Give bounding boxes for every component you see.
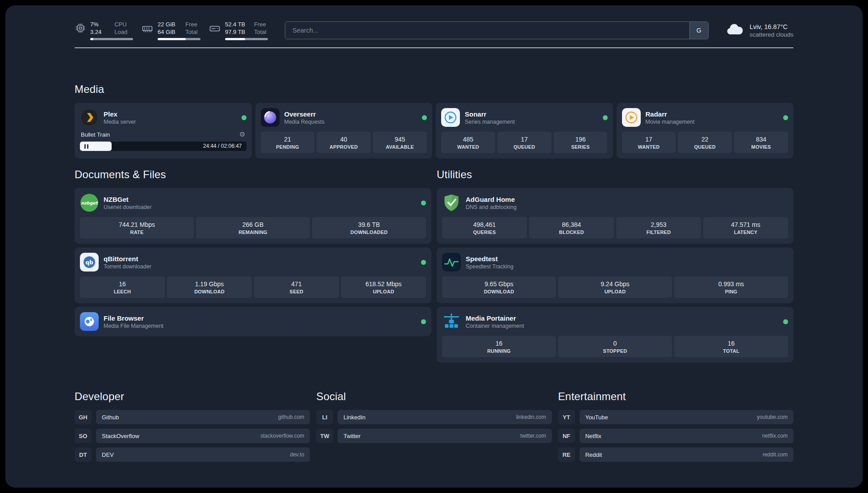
bookmark-group-social: Social LI LinkedIn linkedin.com TW Twitt… [316, 390, 551, 462]
card-header: Sonarr Series management [441, 108, 608, 127]
cloud-icon [726, 23, 744, 38]
card-header: qb qBittorrent Torrent downloader [80, 253, 426, 272]
bookmark-abbr[interactable]: YT [558, 410, 575, 424]
service-name: Sonarr [465, 110, 515, 118]
search-bar: G [285, 21, 709, 39]
service-subtitle: Media File Management [104, 323, 163, 329]
card-header: Overseerr Media Requests [261, 108, 427, 127]
service-card-plex[interactable]: Plex Media server Bullet Train ⚙ 24:44 /… [75, 103, 252, 159]
topbar-divider [75, 47, 793, 48]
speedtest-icon [442, 253, 461, 272]
stat-value: 0.993 ms [676, 280, 786, 288]
stat-label: FILTERED [618, 230, 699, 235]
stat-value: 21 [263, 136, 313, 143]
service-card-radarr[interactable]: Radarr Movie management 17 WANTED 22 QUE… [617, 103, 794, 159]
bookmark-abbr[interactable]: GH [75, 410, 92, 424]
stat-label: WANTED [443, 144, 493, 150]
stat-total: 16 TOTAL [674, 336, 788, 357]
bookmark-link[interactable]: Github github.com [96, 410, 310, 424]
bookmark-netflix: NF Netflix netflix.com [558, 429, 793, 443]
stat-value: 86,384 [531, 221, 612, 229]
service-name: Media Portainer [466, 314, 524, 322]
bookmark-domain: netflix.com [762, 433, 788, 439]
service-name: Overseerr [284, 110, 325, 118]
bookmark-link[interactable]: DEV dev.to [96, 447, 310, 462]
stats-row: 498,461 QUERIES 86,384 BLOCKED 2,953 FIL… [442, 217, 788, 238]
bookmark-link[interactable]: StackOverflow stackoverflow.com [96, 429, 310, 443]
bookmark-link[interactable]: Netflix netflix.com [580, 429, 793, 443]
service-name: File Browser [104, 314, 163, 322]
stat-label: REMAINING [198, 230, 308, 235]
bookmark-abbr[interactable]: RE [558, 447, 575, 462]
card-header: Radarr Movie management [622, 108, 789, 127]
overseerr-icon [261, 108, 280, 127]
bookmark-name: DEV [102, 451, 114, 458]
weather-text: Lviv, 16.87°C scattered clouds [750, 23, 793, 38]
stat-label: LEECH [82, 289, 163, 294]
cpu-label-top: CPU [114, 21, 133, 28]
nzbget-icon: nzbget [80, 193, 99, 212]
media-grid: Plex Media server Bullet Train ⚙ 24:44 /… [75, 103, 793, 159]
service-titles: Sonarr Series management [465, 110, 515, 125]
service-subtitle: Container management [466, 323, 524, 329]
bookmark-abbr[interactable]: LI [316, 410, 333, 424]
bookmarks-section: Developer GH Github github.com SO StackO… [75, 390, 793, 480]
pause-icon[interactable] [84, 144, 88, 149]
service-card-qbittorrent[interactable]: qb qBittorrent Torrent downloader 16 LEE… [75, 247, 431, 303]
bookmark-abbr[interactable]: SO [75, 429, 92, 443]
service-card-overseerr[interactable]: Overseerr Media Requests 21 PENDING 40 A… [255, 103, 433, 159]
cpu-value-top: 7% [90, 21, 107, 28]
stat-value: 17 [624, 136, 674, 143]
bookmark-link[interactable]: Reddit reddit.com [580, 447, 793, 462]
playback-progress-bar[interactable]: 24:44 / 02:06:47 [80, 142, 246, 151]
stat-label: UPLOAD [343, 289, 424, 294]
bookmark-name: Github [102, 414, 119, 421]
disk-icon [209, 22, 221, 35]
stat-value: 196 [555, 136, 606, 143]
service-name: Speedtest [466, 255, 513, 263]
bookmark-domain: dev.to [290, 451, 305, 458]
bookmark-domain: linkedin.com [516, 414, 546, 420]
stat-series: 196 SERIES [554, 132, 608, 153]
stat-value: 9.24 Gbps [560, 280, 670, 288]
bookmark-link[interactable]: YouTube youtube.com [580, 410, 793, 424]
stat-upload: 9.24 Gbps UPLOAD [558, 276, 672, 298]
service-card-speedtest[interactable]: Speedtest Speedtest Tracking 9.65 Gbps D… [437, 247, 793, 303]
section-title-developer: Developer [75, 390, 310, 403]
status-dot-online [783, 115, 788, 120]
section-title-social: Social [316, 390, 551, 403]
service-name: Radarr [646, 110, 695, 118]
bookmark-group-developer: Developer GH Github github.com SO StackO… [75, 390, 310, 462]
service-card-file-browser[interactable]: File Browser Media File Management [75, 307, 431, 336]
bookmark-link[interactable]: LinkedIn linkedin.com [338, 410, 551, 424]
stat-label: AVAILABLE [375, 144, 425, 150]
search-input[interactable] [285, 22, 689, 39]
status-dot-online [242, 115, 246, 120]
bookmark-link[interactable]: Twitter twitter.com [338, 429, 551, 443]
gear-icon[interactable]: ⚙ [239, 131, 245, 138]
stats-row: 744.21 Mbps RATE 266 GB REMAINING 39.6 T… [80, 217, 426, 238]
service-card-nzbget[interactable]: nzbget NZBGet Usenet downloader 744.21 M… [75, 188, 431, 244]
card-header: Plex Media server [80, 108, 246, 127]
filebrowser-icon [80, 312, 99, 331]
bookmark-domain: youtube.com [757, 414, 788, 420]
topbar: 7% CPU 3.24 Load 22 GiB Free 64 GiB Tota… [75, 21, 793, 40]
search-provider-button[interactable]: G [689, 22, 708, 39]
card-header: AdGuard Home DNS and adblocking [442, 193, 788, 212]
service-card-media-portainer[interactable]: Media Portainer Container management 16 … [437, 307, 793, 363]
service-card-sonarr[interactable]: Sonarr Series management 485 WANTED 17 Q… [436, 103, 613, 159]
stat-ping: 0.993 ms PING [674, 276, 788, 298]
stat-value: 945 [375, 136, 425, 143]
bookmark-abbr[interactable]: NF [558, 429, 575, 443]
utilities-stack: AdGuard Home DNS and adblocking 498,461 … [437, 188, 793, 363]
stats-row: 16 LEECH 1.19 Gbps DOWNLOAD 471 SEED 618… [80, 276, 426, 298]
svg-text:qb: qb [85, 259, 93, 266]
memory-usage-fill [158, 38, 186, 40]
bookmark-reddit: RE Reddit reddit.com [558, 447, 793, 462]
service-card-adguard-home[interactable]: AdGuard Home DNS and adblocking 498,461 … [437, 188, 793, 244]
bookmark-abbr[interactable]: DT [75, 447, 92, 462]
card-header: Speedtest Speedtest Tracking [442, 253, 788, 272]
memory-value-bottom: 64 GiB [158, 28, 178, 36]
bookmark-abbr[interactable]: TW [316, 429, 333, 443]
disk-label-bottom: Total [254, 28, 268, 36]
